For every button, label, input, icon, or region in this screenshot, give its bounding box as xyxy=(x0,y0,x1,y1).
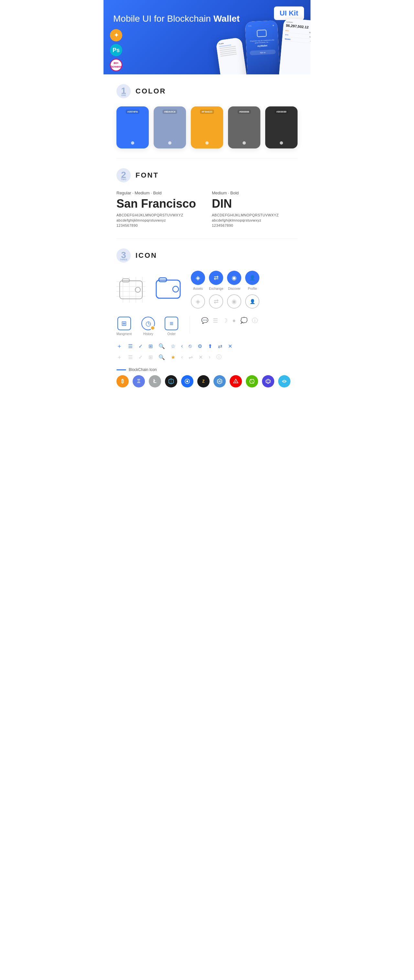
star-icon-orange: ★ xyxy=(171,354,175,360)
swap-icon: ⇄ xyxy=(218,343,222,349)
swatch-dot-dark xyxy=(280,142,283,145)
font-din: Medium · Bold DIN ABCDEFGHIJKLMNOPQRSTUV… xyxy=(212,191,298,229)
font-san-francisco: Regular · Medium · Bold San Francisco AB… xyxy=(116,191,202,229)
history-icon: ◷ ↑ xyxy=(141,317,155,330)
close-icon: ✕ xyxy=(228,343,232,349)
assets-icon-outline: ◈ xyxy=(191,294,205,309)
misc-icons-gray: 💬 ☰ ☽ ● 💭 ⓘ xyxy=(201,317,258,325)
section-title-icon: ICON xyxy=(135,251,157,260)
coin-zcash: Z xyxy=(197,375,210,387)
section-header-font: 2 TWO FONT xyxy=(116,168,298,182)
profile-icon: 👤 xyxy=(245,271,260,285)
phone-mockups: Profile 9:41 + Ch xyxy=(218,16,310,75)
coin-bitcoin: ₿ xyxy=(116,375,129,387)
plus-icon: ＋ xyxy=(116,342,122,350)
section-number-2: 2 TWO xyxy=(116,168,131,182)
grid-icon: ⊞ xyxy=(148,343,153,349)
discover-icon: ◉ xyxy=(227,271,241,285)
management-icon-box: ⊞ Mangment xyxy=(116,317,132,336)
coin-neo xyxy=(246,375,258,387)
layers-icon: ☰ xyxy=(213,317,218,324)
din-lowercase: abcdefghijklmnopqrstuvwxyz xyxy=(212,218,298,222)
discover-icon-box: ◉ Discover xyxy=(227,271,241,290)
utility-icons-gray: ＋ ☰ ✓ ⊞ 🔍 ★ ‹ ⇌ ✕ › ⓘ xyxy=(116,353,298,361)
swatch-dot-gray xyxy=(243,142,246,145)
coin-ark xyxy=(230,375,242,387)
section-number-1: 1 ONE xyxy=(116,84,131,98)
upload-icon: ⬆ xyxy=(208,343,212,349)
grid-icon-gray: ⊞ xyxy=(148,354,153,360)
section-header-icon: 3 THREE ICON xyxy=(116,248,298,262)
hero-section: Mobile UI for Blockchain Wallet UI Kit ✦… xyxy=(104,0,310,75)
swatch-code-grayblue: #8DA0C8 xyxy=(162,110,177,114)
list-icon-gray: ☰ xyxy=(128,354,132,360)
coin-grid-hex xyxy=(213,375,226,387)
wallet-wireframe-svg xyxy=(116,277,145,303)
list-icon: ☰ xyxy=(128,343,132,349)
svg-rect-11 xyxy=(156,280,180,298)
swatch-code-orange: #F5A623 xyxy=(200,110,214,114)
circle-icon: ● xyxy=(232,317,236,324)
swatch-dot-grayblue xyxy=(168,142,171,145)
coin-row: ₿ Ξ Ł Z xyxy=(116,375,298,387)
coin-dark xyxy=(165,375,177,387)
forward-icon-gray: › xyxy=(209,354,210,360)
order-icon: ≡ xyxy=(165,317,178,330)
swatch-gray: #666666 xyxy=(228,107,260,148)
back-icon-gray: ‹ xyxy=(181,354,183,360)
wallet-filled-svg xyxy=(154,276,183,302)
close-icon-gray: ✕ xyxy=(199,354,203,360)
font-section: 2 TWO FONT Regular · Medium · Bold San F… xyxy=(104,159,310,239)
exchange-icon-box: ⇄ Exchange xyxy=(209,271,223,290)
moon-icon: ☽ xyxy=(223,317,228,324)
blockchain-line-accent xyxy=(116,369,126,370)
exchange-icon-outline: ⇄ xyxy=(209,294,223,309)
sf-uppercase: ABCDEFGHIJKLMNOPQRSTUVWXYZ xyxy=(116,213,202,217)
profile-icon-box: 👤 Profile xyxy=(245,271,260,290)
phone-mockup-right: myWallet $6,297,502.12 BTC 788.2003 ETH … xyxy=(279,18,310,75)
color-section: 1 ONE COLOR #3574FA #8DA0C8 #F5A623 #666… xyxy=(104,75,310,158)
discover-icon-outline: ◉ xyxy=(227,294,241,309)
coin-bitshares xyxy=(278,375,290,387)
swatch-dark: #303030 xyxy=(265,107,298,148)
exchange-icon: ⇄ xyxy=(209,271,223,285)
sketch-icon: ✦ xyxy=(110,29,122,41)
assets-icon: ◈ xyxy=(191,271,205,285)
assets-icon-box: ◈ Assets xyxy=(191,271,205,290)
hero-tool-icons: ✦ Ps 60+Screens xyxy=(110,29,122,71)
order-icon-box: ≡ Order xyxy=(165,317,178,336)
sf-lowercase: abcdefghijklmnopqrstuvwxyz xyxy=(116,218,202,222)
section-title-font: FONT xyxy=(135,171,159,180)
nav-icons-row-outline: ◈ ⇄ ◉ 👤 xyxy=(191,294,260,309)
svg-point-16 xyxy=(186,380,188,382)
profile-icon-outline: 👤 xyxy=(245,294,260,309)
settings-icon: ⚙ xyxy=(197,343,202,349)
utility-icons-blue: ＋ ☰ ✓ ⊞ 🔍 ☆ ‹ ⎋ ⚙ ⬆ ⇄ ✕ xyxy=(116,342,298,350)
coin-poly xyxy=(262,375,274,387)
swatch-blue: #3574FA xyxy=(116,107,149,148)
wallet-filled-container xyxy=(154,276,183,303)
swatch-dot-blue xyxy=(131,142,134,145)
sf-font-name: San Francisco xyxy=(116,197,202,210)
din-numbers: 1234567890 xyxy=(212,223,298,228)
wallet-wireframe-container xyxy=(116,277,145,303)
svg-line-24 xyxy=(250,379,253,383)
swatch-orange: #F5A623 xyxy=(191,107,223,148)
back-icon: ‹ xyxy=(181,343,183,349)
screens-badge: 60+Screens xyxy=(110,59,122,71)
swatch-code-dark: #303030 xyxy=(275,110,288,114)
star-icon: ☆ xyxy=(171,343,175,349)
share-icon-gray: ⇌ xyxy=(189,354,193,360)
nav-icons-filled: ◈ Assets ⇄ Exchange ◉ Discover 👤 Profile xyxy=(191,271,260,309)
svg-marker-26 xyxy=(267,380,269,383)
action-icons-row: ⊞ Mangment ◷ ↑ History ≡ Order 💬 ☰ ☽ ● 💭… xyxy=(116,317,298,336)
share-icon: ⎋ xyxy=(189,343,192,349)
info-icon-gray: ⓘ xyxy=(217,354,221,361)
coin-litecoin: Ł xyxy=(149,375,161,387)
phone-mockup-left: Profile xyxy=(216,37,248,75)
section-header-color: 1 ONE COLOR xyxy=(116,84,298,98)
phone-mockup-center: 9:41 + Character may be mastered in the … xyxy=(245,21,280,75)
svg-marker-25 xyxy=(266,379,271,383)
coin-ethereum: Ξ xyxy=(132,375,145,387)
color-swatches-container: #3574FA #8DA0C8 #F5A623 #666666 #303030 xyxy=(116,107,298,148)
